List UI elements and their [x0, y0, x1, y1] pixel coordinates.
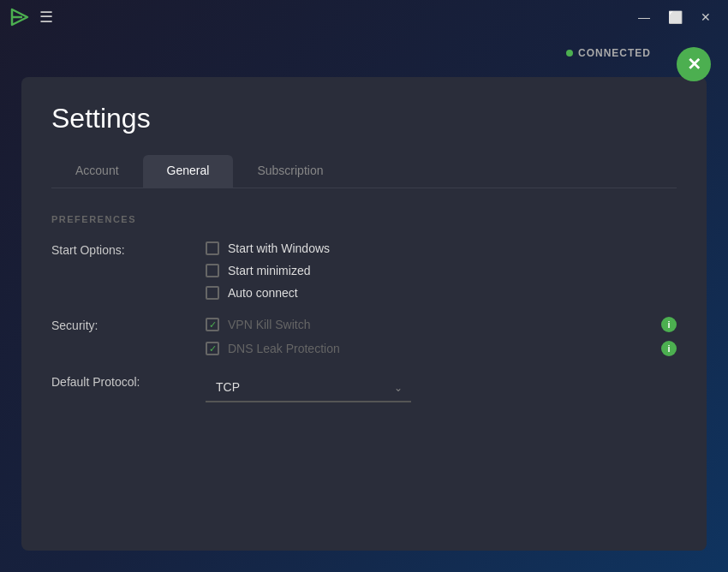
security-row: Security: VPN Kill Switch i DNS Leak Pro…	[51, 317, 677, 356]
auto-connect-checkbox[interactable]	[206, 286, 219, 300]
tab-subscription[interactable]: Subscription	[233, 155, 347, 188]
start-with-windows-label: Start with Windows	[228, 241, 330, 255]
settings-panel: Settings Account General Subscription PR…	[21, 77, 707, 551]
security-label: Security:	[51, 317, 206, 332]
default-protocol-label: Default Protocol:	[51, 373, 206, 389]
dns-leak-protection-item: DNS Leak Protection i	[206, 341, 677, 356]
dns-leak-protection-label: DNS Leak Protection	[228, 342, 653, 355]
connection-dot-icon	[566, 50, 573, 57]
tab-general[interactable]: General	[143, 155, 234, 188]
protocol-dropdown-wrapper: TCP UDP IKEv2 OpenVPN ⌄	[206, 373, 411, 402]
settings-title: Settings	[51, 103, 677, 134]
start-minimized-checkbox[interactable]	[206, 264, 219, 277]
vpn-kill-switch-label: VPN Kill Switch	[228, 318, 653, 331]
tab-account[interactable]: Account	[51, 155, 143, 188]
connection-status-text: CONNECTED	[578, 47, 651, 59]
security-controls: VPN Kill Switch i DNS Leak Protection i	[206, 317, 677, 356]
vpn-kill-switch-checkbox[interactable]	[206, 318, 219, 331]
vpn-kill-switch-item: VPN Kill Switch i	[206, 317, 677, 332]
maximize-button[interactable]: ⬜	[663, 5, 687, 29]
default-protocol-row: Default Protocol: TCP UDP IKEv2 OpenVPN …	[51, 373, 677, 402]
default-protocol-controls: TCP UDP IKEv2 OpenVPN ⌄	[206, 373, 677, 402]
start-options-label: Start Options:	[51, 241, 206, 257]
start-options-row: Start Options: Start with Windows Start …	[51, 241, 677, 300]
start-minimized-label: Start minimized	[228, 264, 310, 277]
settings-tabs: Account General Subscription	[51, 155, 677, 188]
protocol-dropdown[interactable]: TCP UDP IKEv2 OpenVPN	[206, 373, 411, 402]
vpn-kill-switch-info-icon[interactable]: i	[661, 317, 677, 332]
panel-close-icon: ✕	[687, 54, 701, 74]
connection-status-badge: CONNECTED	[566, 47, 651, 59]
hamburger-menu-icon[interactable]: ☰	[39, 8, 53, 27]
titlebar: ☰ — ⬜ ✕	[0, 0, 728, 34]
preferences-section-label: PREFERENCES	[51, 214, 677, 224]
panel-close-button[interactable]: ✕	[677, 47, 711, 81]
start-with-windows-checkbox[interactable]	[206, 241, 219, 255]
minimize-button[interactable]: —	[632, 5, 656, 29]
auto-connect-item[interactable]: Auto connect	[206, 286, 677, 300]
app-logo-icon	[10, 8, 29, 27]
start-options-controls: Start with Windows Start minimized Auto …	[206, 241, 677, 300]
start-with-windows-item[interactable]: Start with Windows	[206, 241, 677, 255]
dns-leak-protection-checkbox[interactable]	[206, 342, 219, 355]
close-button[interactable]: ✕	[694, 5, 718, 29]
dns-leak-protection-info-icon[interactable]: i	[661, 341, 677, 356]
start-minimized-item[interactable]: Start minimized	[206, 264, 677, 277]
auto-connect-label: Auto connect	[228, 286, 298, 300]
